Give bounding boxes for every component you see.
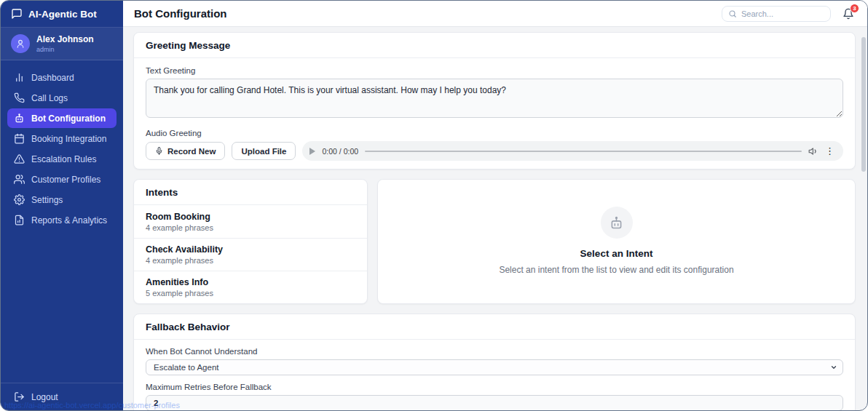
- fallback-action-select[interactable]: Escalate to Agent: [146, 359, 843, 375]
- sidebar-item-label: Booking Integration: [31, 134, 106, 144]
- retries-label: Maximum Retries Before Fallback: [146, 383, 843, 391]
- audio-time: 0:00 / 0:00: [322, 147, 358, 156]
- sidebar-item-customer-profiles[interactable]: Customer Profiles: [7, 169, 117, 189]
- card-header: Fallback Behavior: [134, 314, 855, 340]
- empty-state-subtitle: Select an intent from the list to view a…: [499, 264, 733, 276]
- intent-item-amenities-info[interactable]: Amenities Info 5 example phrases: [134, 271, 367, 303]
- topbar: Bot Configuration 3: [123, 1, 867, 27]
- logout-button[interactable]: Logout: [1, 383, 123, 410]
- sidebar-nav: Dashboard Call Logs Bot Configuration Bo…: [1, 60, 123, 383]
- empty-state-circle: [601, 207, 633, 239]
- intent-phrase-count: 4 example phrases: [146, 256, 355, 265]
- report-file-icon: [14, 215, 25, 226]
- intent-name: Amenities Info: [146, 277, 355, 287]
- text-greeting-textarea[interactable]: Thank you for calling Grand Hotel. This …: [146, 79, 843, 118]
- empty-state-title: Select an Intent: [580, 248, 653, 259]
- card-title: Greeting Message: [146, 40, 230, 51]
- gear-icon: [14, 194, 25, 205]
- play-button[interactable]: [309, 148, 315, 155]
- page-title: Bot Configuration: [134, 7, 226, 20]
- content-area: Greeting Message Text Greeting Thank you…: [123, 27, 867, 410]
- sidebar-item-call-logs[interactable]: Call Logs: [7, 88, 117, 108]
- fallback-behavior-card: Fallback Behavior When Bot Cannot Unders…: [133, 314, 856, 410]
- volume-icon[interactable]: [808, 146, 818, 156]
- intent-item-room-booking[interactable]: Room Booking 4 example phrases: [134, 205, 367, 239]
- intents-list: Room Booking 4 example phrases Check Ava…: [134, 205, 367, 303]
- upload-file-button[interactable]: Upload File: [232, 142, 296, 160]
- understand-label: When Bot Cannot Understand: [146, 347, 843, 356]
- avatar: [11, 34, 30, 53]
- greeting-message-card: Greeting Message Text Greeting Thank you…: [133, 32, 856, 169]
- audio-greeting-label: Audio Greeting: [146, 129, 843, 137]
- record-new-label: Record New: [167, 147, 216, 156]
- calendar-icon: [14, 133, 25, 144]
- sidebar-item-booking-integration[interactable]: Booking Integration: [7, 129, 117, 148]
- upload-file-label: Upload File: [241, 147, 286, 156]
- users-icon: [14, 174, 25, 185]
- bot-icon: [14, 113, 25, 124]
- app-title: AI-Agentic Bot: [28, 9, 97, 20]
- chat-bubble-icon: [11, 8, 23, 20]
- sidebar-item-label: Reports & Analytics: [31, 215, 107, 226]
- app-window: AI-Agentic Bot Alex Johnson admin Dashbo…: [0, 0, 868, 411]
- audio-player: 0:00 / 0:00 ⋮: [302, 141, 843, 161]
- audio-menu-button[interactable]: ⋮: [825, 146, 835, 156]
- user-role: admin: [36, 46, 94, 53]
- user-icon: [15, 39, 25, 49]
- notification-badge: 3: [850, 4, 859, 13]
- intent-name: Check Availability: [146, 244, 355, 255]
- sidebar-item-label: Customer Profiles: [31, 175, 100, 185]
- sidebar-header: AI-Agentic Bot: [1, 1, 123, 28]
- user-profile[interactable]: Alex Johnson admin: [1, 28, 123, 60]
- sidebar-item-settings[interactable]: Settings: [7, 190, 117, 210]
- logout-label: Logout: [31, 392, 58, 402]
- sidebar-item-escalation-rules[interactable]: Escalation Rules: [7, 149, 117, 169]
- sidebar-item-label: Call Logs: [31, 93, 68, 103]
- sidebar: AI-Agentic Bot Alex Johnson admin Dashbo…: [1, 1, 123, 410]
- search-box: [722, 6, 831, 22]
- sidebar-item-reports-analytics[interactable]: Reports & Analytics: [7, 210, 117, 230]
- logout-icon: [14, 391, 25, 402]
- card-title: Intents: [146, 187, 178, 198]
- user-name: Alex Johnson: [36, 34, 94, 44]
- search-input[interactable]: [741, 9, 824, 18]
- intent-item-check-availability[interactable]: Check Availability 4 example phrases: [134, 239, 367, 271]
- intent-detail-panel: Select an Intent Select an intent from t…: [377, 179, 856, 304]
- sidebar-item-label: Settings: [31, 195, 63, 205]
- record-new-button[interactable]: Record New: [146, 142, 225, 160]
- card-title: Fallback Behavior: [146, 322, 230, 332]
- scrollbar-thumb[interactable]: [861, 37, 866, 172]
- notifications-button[interactable]: 3: [843, 8, 854, 20]
- card-header: Intents: [134, 180, 367, 205]
- alert-triangle-icon: [14, 153, 25, 164]
- phone-icon: [14, 92, 25, 103]
- max-retries-input[interactable]: [146, 395, 843, 410]
- main-area: Bot Configuration 3 Greeting Message: [123, 1, 867, 410]
- sidebar-item-dashboard[interactable]: Dashboard: [7, 68, 117, 87]
- intents-card: Intents Room Booking 4 example phrases C…: [133, 179, 368, 304]
- text-greeting-label: Text Greeting: [146, 66, 843, 75]
- sidebar-item-label: Bot Configuration: [31, 113, 106, 124]
- intent-phrase-count: 5 example phrases: [146, 289, 355, 298]
- audio-seek-bar[interactable]: [365, 151, 802, 152]
- microphone-icon: [155, 147, 163, 155]
- intent-phrase-count: 4 example phrases: [146, 223, 355, 232]
- sidebar-item-label: Dashboard: [31, 73, 74, 83]
- sidebar-item-label: Escalation Rules: [31, 154, 96, 164]
- sidebar-item-bot-configuration[interactable]: Bot Configuration: [7, 108, 117, 128]
- bar-chart-icon: [14, 72, 25, 83]
- search-icon: [728, 9, 737, 18]
- intent-name: Room Booking: [146, 212, 355, 222]
- card-header: Greeting Message: [134, 33, 855, 58]
- robot-icon: [609, 215, 624, 231]
